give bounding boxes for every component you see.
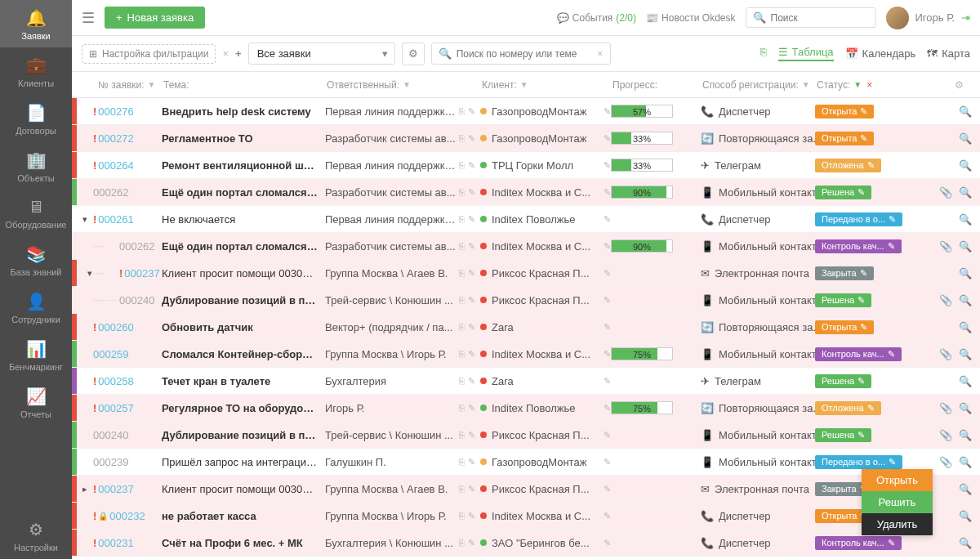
copy-icon[interactable]: ⎘: [459, 538, 465, 548]
edit-icon[interactable]: ✎: [468, 430, 475, 440]
preset-select[interactable]: Все заявки: [248, 42, 395, 65]
ctx-solve[interactable]: Решить: [862, 491, 933, 513]
table-row[interactable]: !000264Ремонт вентиляционной шах...Перва…: [72, 152, 980, 179]
copy-icon[interactable]: ⎘: [459, 457, 465, 467]
ticket-subject[interactable]: Клиент просит помощи 003074...: [162, 483, 325, 495]
expand-toggle[interactable]: ▸: [77, 484, 93, 494]
ticket-number[interactable]: !000260: [93, 321, 162, 333]
table-row[interactable]: ··········000240Дублирование позиций в п…: [72, 287, 980, 314]
edit-icon[interactable]: ✎: [604, 322, 611, 333]
ticket-number[interactable]: !000257: [93, 402, 162, 414]
events-link[interactable]: 💬 События (2/0): [557, 12, 636, 24]
sidebar-item-2[interactable]: 📄Договоры: [0, 95, 72, 142]
copy-icon[interactable]: ⎘: [459, 268, 465, 278]
zoom-icon[interactable]: 🔍: [959, 429, 972, 441]
edit-icon[interactable]: ✎: [604, 538, 611, 548]
copy-icon[interactable]: ⎘: [459, 241, 465, 251]
edit-icon[interactable]: ✎: [468, 160, 475, 171]
col-progress[interactable]: Прогресс:: [612, 79, 702, 91]
ticket-number[interactable]: !000237: [93, 483, 162, 495]
sidebar-item-4[interactable]: 🖥Оборудование: [0, 190, 72, 236]
copy-icon[interactable]: ⎘: [459, 349, 465, 359]
ticket-subject[interactable]: Ещё один портал сломался н...: [162, 186, 325, 199]
table-row[interactable]: 000259Сломался Контейнер-сборни...Группа…: [72, 341, 980, 368]
status-badge[interactable]: Решена ✎: [815, 428, 871, 442]
status-badge[interactable]: Отложена ✎: [815, 159, 881, 172]
copy-icon[interactable]: ⎘: [459, 430, 465, 440]
status-badge[interactable]: Передано в о... ✎: [815, 455, 902, 469]
gear-button[interactable]: ⚙: [402, 42, 425, 65]
ticket-search[interactable]: 🔍 ×: [431, 42, 611, 65]
attachment-icon[interactable]: 📎: [939, 240, 952, 253]
edit-icon[interactable]: ✎: [468, 295, 475, 306]
zoom-icon[interactable]: 🔍: [959, 537, 972, 549]
copy-icon[interactable]: ⎘: [459, 376, 465, 386]
status-badge[interactable]: Решена ✎: [815, 186, 871, 199]
ticket-subject[interactable]: Ремонт вентиляционной шах...: [162, 159, 325, 172]
ticket-subject[interactable]: Не включается: [162, 213, 325, 226]
ticket-subject[interactable]: Ещё один портал сломался н...: [162, 240, 325, 253]
view-table[interactable]: ☰ Таблица: [778, 46, 834, 61]
export-excel-icon[interactable]: ⎘: [760, 46, 767, 61]
zoom-icon[interactable]: 🔍: [959, 375, 972, 387]
ticket-subject[interactable]: Дублирование позиций в пр...: [162, 294, 325, 306]
zoom-icon[interactable]: 🔍: [959, 105, 972, 118]
table-row[interactable]: !000231Счёт на Профи 6 мес. + МКБухгалте…: [72, 530, 980, 557]
status-badge[interactable]: Закрыта ✎: [815, 266, 874, 280]
edit-icon[interactable]: ✎: [468, 214, 475, 225]
ticket-number[interactable]: !000261: [93, 213, 162, 226]
table-row[interactable]: !🔒000232не работает кассаГруппа Москва \…: [72, 503, 980, 530]
sidebar-item-6[interactable]: 👤Сотрудники: [0, 284, 72, 331]
ticket-number[interactable]: ·····000262: [93, 240, 162, 253]
zoom-icon[interactable]: 🔍: [959, 294, 972, 306]
status-badge[interactable]: Передано в о... ✎: [815, 212, 902, 226]
new-ticket-button[interactable]: + Новая заявка: [105, 7, 205, 29]
ticket-subject[interactable]: Счёт на Профи 6 мес. + МК: [162, 537, 325, 549]
expand-toggle[interactable]: ▾: [77, 268, 93, 279]
ticket-subject[interactable]: Пришёл запрос на интеграцию ...: [162, 456, 325, 468]
columns-gear-icon[interactable]: ⚙: [955, 79, 964, 91]
edit-icon[interactable]: ✎: [604, 106, 611, 117]
zoom-icon[interactable]: 🔍: [959, 186, 972, 199]
copy-icon[interactable]: ⎘: [459, 187, 465, 197]
filter-icon[interactable]: ▼: [853, 80, 862, 89]
attachment-icon[interactable]: 📎: [939, 402, 952, 414]
edit-icon[interactable]: ✎: [604, 133, 611, 144]
status-badge[interactable]: Решена ✎: [815, 374, 871, 388]
ticket-number[interactable]: 000259: [93, 348, 162, 360]
attachment-icon[interactable]: 📎: [939, 429, 952, 441]
edit-icon[interactable]: ✎: [468, 484, 475, 494]
status-badge[interactable]: Открыта ✎: [815, 132, 874, 145]
ctx-open[interactable]: Открыть: [862, 469, 933, 491]
logout-icon[interactable]: ⇥: [961, 11, 970, 24]
ticket-number[interactable]: 000262: [93, 186, 162, 199]
edit-icon[interactable]: ✎: [468, 349, 475, 360]
edit-icon[interactable]: ✎: [604, 214, 611, 225]
ticket-subject[interactable]: Внедрить help desk систему: [162, 105, 325, 118]
ticket-subject[interactable]: не работает касса: [162, 510, 325, 522]
status-badge[interactable]: Открыта ✎: [815, 105, 874, 119]
ticket-subject[interactable]: Регулярное ТО на оборудован...: [162, 402, 325, 414]
zoom-icon[interactable]: 🔍: [959, 267, 972, 280]
user-menu[interactable]: Игорь Р. ⇥: [886, 7, 970, 29]
attachment-icon[interactable]: 📎: [939, 456, 952, 468]
edit-icon[interactable]: ✎: [468, 511, 475, 521]
edit-icon[interactable]: ✎: [468, 268, 475, 279]
edit-icon[interactable]: ✎: [468, 241, 475, 252]
zoom-icon[interactable]: 🔍: [959, 456, 972, 468]
edit-icon[interactable]: ✎: [604, 160, 611, 171]
ticket-number[interactable]: !000276: [93, 105, 162, 118]
copy-icon[interactable]: ⎘: [459, 403, 465, 413]
ctx-delete[interactable]: Удалить: [862, 513, 933, 535]
attachment-icon[interactable]: 📎: [939, 294, 952, 306]
sidebar-settings[interactable]: ⚙Настройки: [0, 512, 72, 559]
ticket-number[interactable]: !🔒000232: [93, 510, 162, 522]
edit-icon[interactable]: ✎: [468, 133, 475, 144]
table-row[interactable]: ▾!000261Не включаетсяПервая линия поддер…: [72, 206, 980, 233]
zoom-icon[interactable]: 🔍: [959, 159, 972, 172]
copy-icon[interactable]: ⎘: [459, 295, 465, 305]
table-row[interactable]: ▾·····!000237Клиент просит помощи 003074…: [72, 260, 980, 287]
copy-icon[interactable]: ⎘: [459, 322, 465, 332]
clear-icon[interactable]: ×: [597, 47, 604, 60]
zoom-icon[interactable]: 🔍: [959, 402, 972, 414]
